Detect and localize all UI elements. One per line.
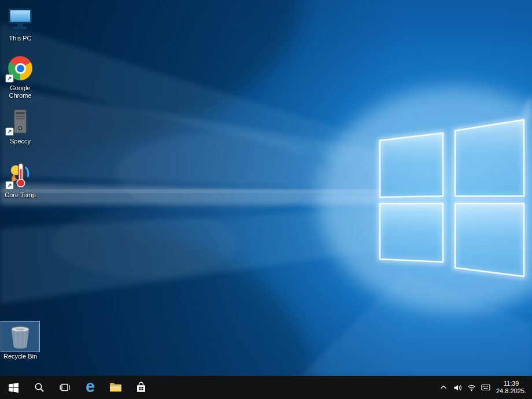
chrome-icon bbox=[1, 53, 39, 83]
start-button[interactable] bbox=[0, 376, 27, 399]
icon-label: This PC bbox=[9, 35, 31, 42]
wifi-icon bbox=[467, 383, 476, 392]
taskbar: e bbox=[0, 376, 532, 399]
edge-icon: e bbox=[86, 378, 95, 395]
task-view-icon bbox=[60, 382, 70, 393]
tray-chevron-button[interactable] bbox=[437, 376, 450, 399]
system-tray: 11:39 24.8.2025. bbox=[437, 376, 532, 399]
recycle-bin-icon bbox=[1, 322, 39, 352]
icon-label: Core Temp bbox=[5, 191, 36, 199]
desktop-icon-speccy[interactable]: Speccy bbox=[0, 106, 40, 145]
shortcut-arrow-icon bbox=[6, 75, 13, 82]
desktop-icon-google-chrome[interactable]: Google Chrome bbox=[0, 53, 40, 99]
core-temp-icon bbox=[1, 160, 39, 190]
desktop-icon-core-temp[interactable]: Core Temp bbox=[0, 160, 40, 199]
edge-button[interactable]: e bbox=[77, 376, 103, 399]
icon-label: Google Chrome bbox=[1, 84, 39, 99]
volume-tray-button[interactable] bbox=[450, 376, 464, 399]
speccy-icon bbox=[1, 106, 39, 136]
network-tray-button[interactable] bbox=[464, 376, 478, 399]
chevron-up-icon bbox=[439, 383, 448, 391]
touch-keyboard-icon bbox=[481, 383, 490, 392]
this-pc-icon bbox=[1, 3, 39, 34]
desktop-surface[interactable]: This PC Google Chrome Speccy bbox=[0, 0, 532, 376]
icon-label: Recycle Bin bbox=[3, 353, 37, 360]
windows-logo-icon bbox=[9, 383, 19, 393]
tray-time: 11:39 bbox=[504, 380, 519, 387]
store-button[interactable] bbox=[128, 376, 154, 399]
desktop-icon-recycle-bin[interactable]: Recycle Bin bbox=[0, 322, 40, 360]
shortcut-arrow-icon bbox=[6, 182, 13, 189]
shortcut-arrow-icon bbox=[6, 128, 13, 135]
file-explorer-button[interactable] bbox=[103, 376, 128, 399]
desktop-icon-this-pc[interactable]: This PC bbox=[0, 3, 40, 42]
wallpaper bbox=[0, 0, 532, 376]
search-icon bbox=[34, 382, 45, 393]
icon-label: Speccy bbox=[10, 138, 31, 145]
tray-clock[interactable]: 11:39 24.8.2025. bbox=[493, 376, 532, 399]
task-view-button[interactable] bbox=[52, 376, 77, 399]
keyboard-tray-button[interactable] bbox=[478, 376, 493, 399]
tray-date: 24.8.2025. bbox=[496, 387, 526, 395]
volume-icon bbox=[453, 383, 462, 392]
search-button[interactable] bbox=[27, 376, 52, 399]
file-explorer-icon bbox=[109, 382, 122, 393]
store-icon bbox=[135, 382, 147, 393]
